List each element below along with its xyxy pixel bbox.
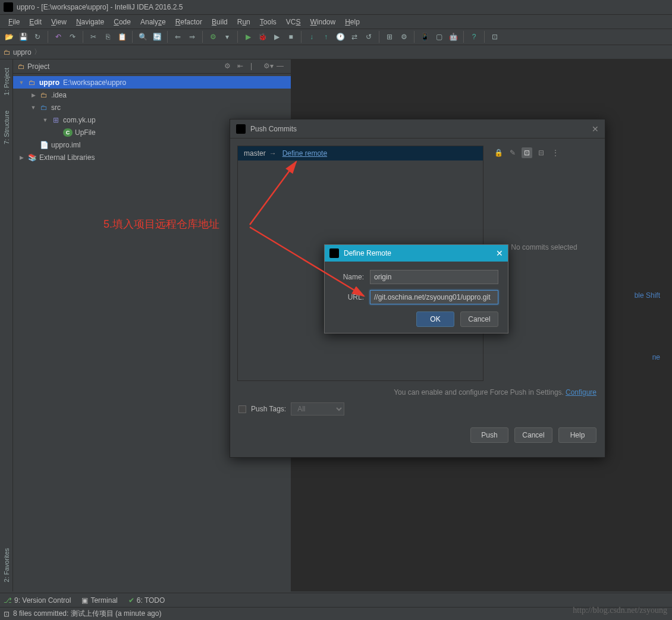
menu-vcs[interactable]: VCS	[281, 18, 306, 26]
menu-edit[interactable]: Edit	[24, 18, 46, 26]
tab-terminal[interactable]: ▣Terminal	[81, 596, 117, 605]
breadcrumb: 🗀 uppro 〉	[0, 45, 672, 59]
push-tags-select[interactable]: All	[291, 402, 344, 416]
hint-home: ne	[635, 353, 660, 361]
push-button[interactable]: Push	[470, 427, 508, 443]
save-icon[interactable]: 💾	[18, 32, 29, 42]
menu-file[interactable]: File	[4, 18, 24, 26]
cancel-button[interactable]: Cancel	[460, 311, 498, 327]
settings-icon[interactable]: ⚙	[398, 32, 409, 42]
watermark: http://blog.csdn.net/zsyoung	[573, 606, 667, 615]
folder-icon: 🗀	[39, 91, 49, 99]
toggle-expanded-icon[interactable]: ▼	[18, 80, 25, 86]
tab-todo[interactable]: ✔6: TODO	[128, 596, 165, 605]
chevron-right-icon: 〉	[34, 47, 41, 57]
menu-refactor[interactable]: Refactor	[171, 18, 207, 26]
replace-icon[interactable]: 🔄	[152, 32, 162, 42]
toggle-collapsed-icon[interactable]: ▶	[18, 155, 25, 160]
sdk-icon[interactable]: 📱	[419, 32, 430, 42]
project-panel-title: Project	[27, 62, 221, 71]
menu-build[interactable]: Build	[207, 18, 233, 26]
avd-icon[interactable]: ▢	[434, 32, 444, 42]
close-icon[interactable]: ✕	[592, 124, 599, 134]
src-folder-icon: 🗀	[39, 103, 49, 112]
cancel-button[interactable]: Cancel	[514, 427, 552, 443]
android-icon[interactable]: 🤖	[448, 32, 459, 42]
dialog-icon	[236, 124, 246, 134]
copy-icon[interactable]: ⎘	[102, 32, 113, 42]
back-icon[interactable]: ⇐	[172, 32, 183, 42]
tree-idea[interactable]: ▶ 🗀 .idea	[13, 89, 291, 101]
library-icon: 📚	[27, 153, 37, 162]
help-icon[interactable]: ?	[469, 32, 479, 42]
coverage-icon[interactable]: ▶	[271, 32, 282, 42]
tab-project[interactable]: 1: Project	[2, 64, 11, 99]
help-button[interactable]: Help	[558, 427, 596, 443]
menubar[interactable]: File Edit View Navigate Code Analyze Ref…	[0, 14, 672, 29]
status-text: 8 files committed: 测试上传项目 (a minute ago)	[13, 609, 161, 619]
vcs-history-icon[interactable]: 🕐	[335, 32, 346, 42]
vcs-diff-icon[interactable]: ⇄	[349, 32, 360, 42]
push-tags-checkbox[interactable]	[238, 405, 246, 413]
toggle-expanded-icon[interactable]: ▼	[30, 105, 37, 111]
collapse-icon[interactable]: ⇤	[237, 62, 247, 71]
expand-all-icon[interactable]: ⊡	[522, 147, 532, 158]
remote-url-input[interactable]	[370, 290, 498, 304]
debug-icon[interactable]: 🐞	[257, 32, 268, 42]
push-tags-label: Push Tags:	[251, 405, 286, 413]
breadcrumb-root[interactable]: uppro	[13, 48, 32, 56]
tab-structure[interactable]: 7: Structure	[2, 107, 11, 148]
menu-code[interactable]: Code	[109, 18, 136, 26]
menu-analyze[interactable]: Analyze	[136, 18, 171, 26]
run-icon[interactable]: ▶	[243, 32, 253, 42]
dialog-icon	[329, 248, 339, 258]
menu-view[interactable]: View	[46, 18, 71, 26]
remote-name-label: Name:	[334, 273, 364, 281]
stop-icon[interactable]: ■	[285, 32, 296, 42]
ok-button[interactable]: OK	[416, 311, 454, 327]
tree-src[interactable]: ▼ 🗀 src	[13, 101, 291, 114]
menu-tools[interactable]: Tools	[255, 18, 281, 26]
vcs-revert-icon[interactable]: ↺	[363, 32, 374, 42]
remote-name-input[interactable]	[370, 270, 498, 284]
config-dropdown[interactable]: ▾	[222, 32, 233, 42]
branch-row[interactable]: master → Define remote	[238, 146, 483, 160]
undo-icon[interactable]: ↶	[53, 32, 64, 42]
vcs-commit-icon[interactable]: ↑	[321, 32, 331, 42]
hide-icon[interactable]: —	[277, 62, 286, 71]
configure-link[interactable]: Configure	[566, 388, 596, 396]
extra-icon[interactable]: ⊡	[489, 32, 500, 42]
cut-icon[interactable]: ✂	[88, 32, 99, 42]
structure-icon[interactable]: ⊞	[384, 32, 395, 42]
menu-window[interactable]: Window	[305, 18, 340, 26]
redo-icon[interactable]: ↷	[67, 32, 78, 42]
tree-libs-label: External Libraries	[39, 153, 95, 162]
tab-favorites[interactable]: 2: Favorites	[2, 545, 11, 586]
build-icon[interactable]: ⚙	[208, 32, 218, 42]
forward-icon[interactable]: ⇒	[187, 32, 197, 42]
open-icon[interactable]: 📂	[4, 32, 14, 42]
define-remote-link[interactable]: Define remote	[282, 149, 327, 158]
close-icon[interactable]: ✕	[496, 248, 503, 258]
menu-help[interactable]: Help	[340, 18, 365, 26]
sync-icon[interactable]: ↻	[32, 32, 43, 42]
vcs-update-icon[interactable]: ↓	[306, 32, 317, 42]
find-icon[interactable]: 🔍	[137, 32, 148, 42]
collapse-all-icon[interactable]: ⊟	[536, 147, 547, 158]
paste-icon[interactable]: 📋	[117, 32, 127, 42]
edit-icon[interactable]: ✎	[507, 147, 518, 158]
tree-root[interactable]: ▼ 🗀 uppro E:\workspace\uppro	[13, 76, 291, 89]
remote-dialog-buttons: OK Cancel	[334, 311, 498, 327]
menu-run[interactable]: Run	[233, 18, 255, 26]
remote-url-row: URL:	[334, 290, 498, 304]
toggle-collapsed-icon[interactable]: ▶	[30, 92, 37, 98]
remote-name-row: Name:	[334, 270, 498, 284]
lock-icon[interactable]: 🔒	[493, 147, 504, 158]
toggle-expanded-icon[interactable]: ▼	[42, 117, 49, 123]
settings-dropdown-icon[interactable]: ⚙▾	[263, 62, 273, 71]
gear-icon[interactable]: ⚙	[224, 62, 234, 71]
group-icon[interactable]: ⋮	[550, 147, 561, 158]
menu-navigate[interactable]: Navigate	[71, 18, 109, 26]
package-icon: ⊞	[51, 116, 61, 124]
tab-version-control[interactable]: ⎇9: Version Control	[4, 596, 71, 605]
